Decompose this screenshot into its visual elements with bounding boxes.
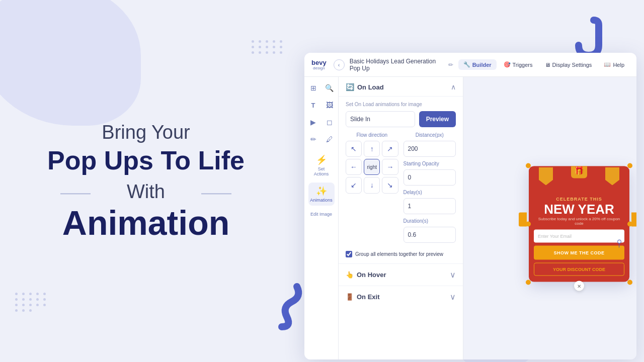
- divider-left: [60, 193, 91, 194]
- edit-icon[interactable]: ✏: [448, 61, 453, 68]
- ribbon-right: [605, 167, 619, 186]
- headline-line2: Pop Ups To Life: [30, 146, 262, 175]
- flow-direction-label: Flow direction: [346, 132, 398, 138]
- dots-bottom-left: [15, 293, 47, 312]
- handle-bl: [526, 280, 531, 285]
- animation-type-select[interactable]: Slide In: [346, 111, 415, 127]
- distance-label: Distance(px): [404, 132, 456, 138]
- duration-field: Duration(s): [404, 218, 456, 243]
- sidebar-edit-icon[interactable]: 🖊: [323, 132, 337, 146]
- set-actions-icon: ⚡: [316, 154, 327, 165]
- dir-top-right-button[interactable]: ↗: [382, 141, 398, 157]
- on-hover-title: 👆 On Hover: [346, 271, 386, 279]
- gift-icon: 🎁: [571, 166, 587, 178]
- on-load-description: Set On Load animations for image: [346, 102, 456, 107]
- dir-bottom-left-button[interactable]: ↙: [346, 177, 362, 193]
- popup-celebrate-text: CELEBRATE THIS: [529, 185, 629, 203]
- handle-tr: [627, 163, 632, 168]
- group-elements-checkbox[interactable]: [346, 251, 352, 257]
- on-load-title: 🔄 On Load: [346, 83, 384, 91]
- sidebar-draw-icon[interactable]: ✏: [306, 132, 320, 146]
- group-checkbox-row: Group all elements together for preview: [346, 251, 456, 257]
- popup-headline: NEW YEAR: [529, 203, 629, 217]
- sidebar-group-2: T 🖼: [306, 98, 337, 112]
- headline-line3: With: [127, 182, 165, 203]
- tab-builder[interactable]: 🔧 Builder: [458, 59, 497, 70]
- tab-display-settings[interactable]: 🖥 Display Settings: [540, 60, 597, 70]
- tab-triggers[interactable]: 🎯 Triggers: [499, 59, 538, 70]
- set-actions-label: Set Actions: [310, 166, 333, 176]
- duration-input[interactable]: [404, 227, 456, 243]
- starting-opacity-label: Starting Opacity: [404, 161, 456, 166]
- popup-preview: 🎁 CELEBRATE THIS NEW YEAR Subscribe toda…: [529, 166, 629, 282]
- flow-section: Flow direction ↖ ↑ ↗ ← right → ↙ ↓ ↘: [346, 132, 398, 247]
- popup-top-decorations: 🎁: [529, 166, 629, 185]
- left-content: Bring Your Pop Ups To Life With Animatio…: [30, 122, 262, 240]
- group-elements-label: Group all elements together for preview: [355, 251, 443, 257]
- builder-icon: 🔧: [463, 61, 470, 68]
- popup-email-input[interactable]: Enter Your Email: [534, 230, 624, 243]
- sidebar-edit-image[interactable]: Edit Image: [308, 209, 335, 220]
- builder-window: bevy design ‹ Basic Holidays Lead Genera…: [304, 53, 636, 359]
- on-hover-section[interactable]: 👆 On Hover ∨: [339, 263, 463, 286]
- distance-section: Distance(px) Starting Opacity Delay(s) D…: [404, 132, 456, 247]
- dots-top: [252, 40, 284, 54]
- dir-bottom-right-button[interactable]: ↘: [382, 177, 398, 193]
- starting-opacity-input[interactable]: [404, 169, 456, 186]
- sidebar-text-icon[interactable]: T: [306, 98, 320, 112]
- refresh-icon: 🔄: [346, 83, 354, 91]
- sidebar-element-icon[interactable]: ⊞: [306, 81, 320, 95]
- dir-up-button[interactable]: ↑: [364, 141, 380, 157]
- display-settings-icon: 🖥: [545, 62, 550, 68]
- sidebar-set-actions[interactable]: ⚡ Set Actions: [308, 151, 335, 179]
- dir-left-button[interactable]: ←: [346, 159, 362, 175]
- popup-card: 🎁 CELEBRATE THIS NEW YEAR Subscribe toda…: [529, 166, 629, 282]
- popup-close-button[interactable]: ✕: [574, 281, 584, 291]
- nav-back-button[interactable]: ‹: [334, 59, 345, 70]
- flow-distance-row: Flow direction ↖ ↑ ↗ ← right → ↙ ↓ ↘ Dis…: [346, 132, 456, 247]
- duration-label: Duration(s): [404, 218, 456, 224]
- delay-field: Delay(s): [404, 190, 456, 214]
- popup-cta-button[interactable]: SHOW ME THE CODE: [534, 246, 624, 260]
- blob-top-left: [0, 0, 141, 126]
- animation-type-row: Slide In Preview: [346, 111, 456, 127]
- on-load-collapse-button[interactable]: ∧: [451, 83, 456, 91]
- animations-icon: ✨: [316, 186, 327, 197]
- popup-subtitle: Subscribe today and unlock a 20% off cou…: [529, 217, 629, 230]
- logo-sub: design: [313, 66, 325, 70]
- handle-br: [627, 280, 632, 285]
- squiggle-icon: [267, 282, 307, 332]
- exit-icon: 🚪: [346, 293, 354, 301]
- sidebar-search-icon[interactable]: 🔍: [323, 81, 337, 95]
- animation-panel: 🔄 On Load ∧ Set On Load animations for i…: [339, 77, 463, 359]
- sidebar-shape-icon[interactable]: ◻: [323, 115, 337, 129]
- on-exit-section[interactable]: 🚪 On Exit ∨: [339, 286, 463, 308]
- sidebar-video-icon[interactable]: ▶: [306, 115, 320, 129]
- dir-down-button[interactable]: ↓: [364, 177, 380, 193]
- delay-input[interactable]: [404, 198, 456, 214]
- email-placeholder: Enter Your Email: [538, 234, 572, 239]
- dir-right-text-button[interactable]: right: [364, 159, 380, 175]
- preview-animation-button[interactable]: Preview: [419, 111, 456, 127]
- tab-help[interactable]: 📖 Help: [599, 59, 629, 70]
- divider-right: [201, 193, 231, 194]
- sidebar-group-1: ⊞ 🔍: [306, 81, 337, 95]
- distance-input[interactable]: [404, 141, 456, 157]
- on-exit-expand-icon: ∨: [450, 292, 456, 302]
- starting-opacity-field: Starting Opacity: [404, 161, 456, 186]
- help-icon: 📖: [604, 61, 611, 68]
- dir-right-button[interactable]: →: [382, 159, 398, 175]
- headline-line1: Bring Your: [30, 122, 262, 143]
- headline-line4: Animation: [30, 206, 262, 240]
- sidebar-image-icon[interactable]: 🖼: [323, 98, 337, 112]
- popup-discount-button[interactable]: YOUR DISCOUNT CODE: [534, 263, 624, 276]
- page-title: Basic Holidays Lead Generation Pop Up: [350, 58, 443, 72]
- sidebar-animations[interactable]: ✨ Animations: [308, 183, 335, 206]
- handle-ml: [526, 222, 531, 227]
- sidebar-group-4: ✏ 🖊: [306, 132, 337, 146]
- top-bar: bevy design ‹ Basic Holidays Lead Genera…: [304, 53, 636, 77]
- dir-top-left-button[interactable]: ↖: [346, 141, 362, 157]
- hover-icon: 👆: [346, 271, 354, 279]
- sidebar: ⊞ 🔍 T 🖼 ▶ ◻ ✏ 🖊 ⚡ Set Actions ✨ Animatio…: [304, 77, 339, 359]
- handle-mr: [627, 222, 632, 227]
